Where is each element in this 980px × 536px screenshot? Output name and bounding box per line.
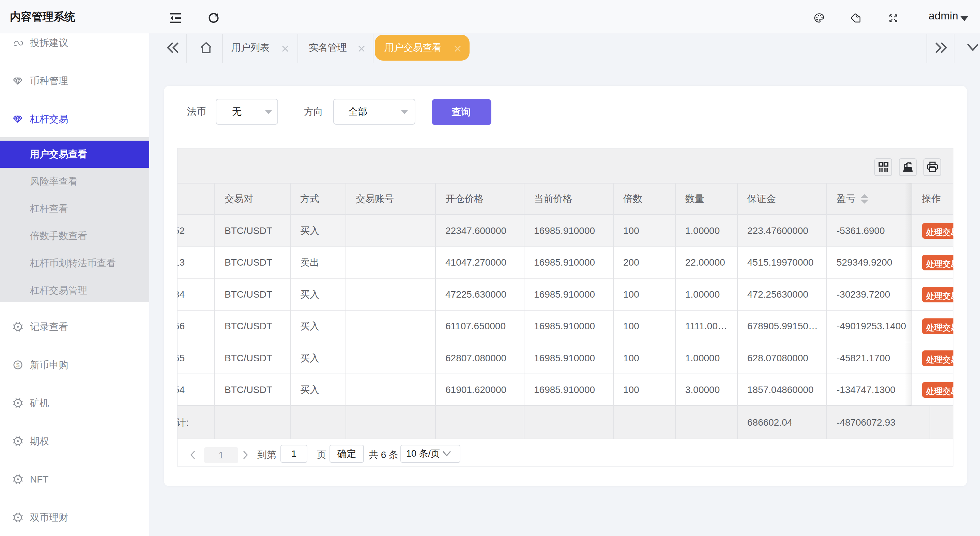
- svg-text:$: $: [16, 362, 20, 368]
